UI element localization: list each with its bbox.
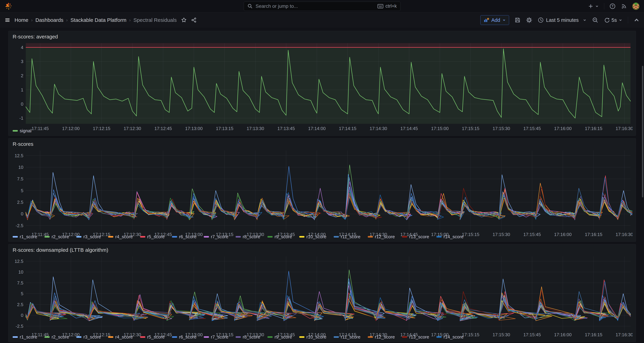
legend-item-r10_score[interactable]: r10_score — [299, 334, 326, 340]
legend-label: r3_score — [84, 234, 101, 239]
legend-item-signal[interactable]: signal — [13, 128, 32, 134]
svg-text:7.5: 7.5 — [17, 176, 23, 181]
legend-item-r4_score[interactable]: r4_score — [108, 234, 133, 239]
svg-text:-2.5: -2.5 — [16, 223, 23, 228]
legend-item-r13_score[interactable]: r13_score — [402, 234, 429, 239]
svg-text:0: 0 — [21, 102, 23, 107]
legend-item-r1_score[interactable]: r1_score — [13, 334, 37, 340]
legend-swatch — [204, 236, 209, 238]
legend-item-r8_score[interactable]: r8_score — [236, 334, 260, 340]
legend-item-r4_score[interactable]: r4_score — [108, 334, 133, 340]
breadcrumb-current-dashboard: Spectral Residuals — [133, 17, 176, 23]
legend-item-r2_score[interactable]: r2_score — [44, 334, 69, 340]
panel-r-scores-averaged: R-scores: averaged 43210-117:11:4517:12:… — [8, 31, 636, 136]
search-input[interactable]: Search or jump to... ctrl+k — [244, 2, 400, 11]
legend-item-r11_score[interactable]: r11_score — [334, 334, 360, 340]
legend-item-r2_score[interactable]: r2_score — [44, 234, 69, 239]
legend-item-r7_score[interactable]: r7_score — [204, 334, 228, 340]
add-panel-button[interactable]: Add — [480, 15, 509, 25]
breadcrumb-separator: › — [66, 18, 68, 23]
legend-label: r9_score — [274, 234, 292, 239]
legend-label: r14_score — [444, 234, 464, 239]
legend-item-r3_score[interactable]: r3_score — [76, 234, 101, 239]
new-menu-button[interactable] — [588, 3, 599, 9]
legend-item-r11_score[interactable]: r11_score — [334, 234, 360, 239]
svg-text:4: 4 — [21, 45, 23, 50]
legend-swatch — [140, 336, 145, 338]
help-button[interactable]: ? — [610, 3, 616, 9]
dashboard-canvas: R-scores: averaged 43210-117:11:4517:12:… — [0, 28, 644, 342]
legend-swatch — [13, 236, 18, 238]
legend-item-r9_score[interactable]: r9_score — [268, 334, 292, 340]
legend-item-r9_score[interactable]: r9_score — [268, 234, 292, 239]
time-series-chart-rscores[interactable]: 12.5107.552.50-2.517:11:4517:12:0017:12:… — [12, 149, 632, 232]
legend-label: r2_score — [52, 334, 69, 340]
legend-label: r6_score — [179, 334, 196, 340]
legend-item-r12_score[interactable]: r12_score — [368, 234, 395, 239]
svg-text:0: 0 — [21, 313, 23, 318]
page-scrollbar[interactable] — [642, 66, 643, 197]
legend-item-r5_score[interactable]: r5_score — [140, 334, 165, 340]
legend-swatch — [402, 336, 407, 338]
legend-swatch — [236, 336, 241, 338]
svg-text:0: 0 — [21, 211, 23, 216]
svg-text:7.5: 7.5 — [17, 280, 23, 285]
legend-item-r12_score[interactable]: r12_score — [368, 334, 395, 340]
time-series-chart-downsampled[interactable]: 12.5107.552.50-2.517:11:4517:12:0017:12:… — [12, 255, 632, 332]
user-avatar[interactable] — [632, 3, 640, 10]
panel-title[interactable]: R-scores: downsampled (LTTB algorithm) — [12, 246, 632, 255]
panel-title[interactable]: R-scores: averaged — [12, 33, 632, 42]
svg-text:10: 10 — [18, 165, 23, 170]
legend-item-r1_score[interactable]: r1_score — [13, 234, 37, 239]
legend-item-r8_score[interactable]: r8_score — [236, 234, 260, 239]
breadcrumb-folder[interactable]: Stackable Data Platform — [70, 17, 126, 23]
legend-item-r6_score[interactable]: r6_score — [172, 234, 196, 239]
legend-label: r8_score — [243, 234, 260, 239]
legend-item-r10_score[interactable]: r10_score — [299, 234, 326, 239]
refresh-picker[interactable]: 5s — [604, 17, 622, 23]
collapse-toolbar-button[interactable] — [634, 17, 640, 23]
svg-text:12.5: 12.5 — [14, 153, 23, 158]
dashboard-settings-button[interactable] — [526, 17, 532, 23]
legend-item-r3_score[interactable]: r3_score — [76, 334, 101, 340]
legend-item-r13_score[interactable]: r13_score — [402, 334, 429, 340]
time-series-chart-averaged[interactable]: 43210-117:11:4517:12:0017:12:1517:12:301… — [12, 42, 632, 126]
legend-label: r9_score — [274, 334, 292, 340]
legend-label: r5_score — [147, 334, 165, 340]
breadcrumb-dashboards[interactable]: Dashboards — [36, 17, 64, 23]
legend-item-r5_score[interactable]: r5_score — [140, 234, 165, 239]
legend-label: r4_score — [115, 234, 133, 239]
legend-label: r13_score — [409, 234, 429, 239]
legend-item-r6_score[interactable]: r6_score — [172, 334, 196, 340]
svg-text:10: 10 — [18, 269, 23, 275]
legend-swatch — [204, 336, 209, 338]
legend-swatch — [108, 236, 113, 238]
panel-title[interactable]: R-scores — [12, 140, 632, 149]
share-button[interactable] — [191, 17, 197, 23]
save-dashboard-button[interactable] — [514, 17, 520, 23]
zoom-out-button[interactable] — [592, 17, 598, 23]
legend-swatch — [268, 236, 272, 238]
svg-text:-2.5: -2.5 — [16, 323, 23, 329]
chevron-down-icon — [618, 18, 622, 22]
legend-item-r7_score[interactable]: r7_score — [204, 234, 228, 239]
clock-icon — [538, 17, 544, 23]
legend-item-r14_score[interactable]: r14_score — [436, 334, 464, 340]
news-rss-button[interactable] — [621, 3, 627, 9]
favorite-star-button[interactable] — [181, 17, 187, 23]
legend-label: r1_score — [20, 334, 37, 340]
svg-text:2.5: 2.5 — [17, 200, 23, 205]
grafana-logo[interactable] — [4, 2, 12, 10]
svg-text:2: 2 — [21, 73, 23, 78]
mega-menu-toggle-button[interactable] — [4, 17, 10, 23]
breadcrumb-home[interactable]: Home — [14, 17, 28, 23]
legend-label: r5_score — [147, 234, 165, 239]
time-range-picker[interactable]: Last 5 minutes — [538, 17, 587, 23]
legend-swatch — [368, 336, 373, 338]
legend-label: r7_score — [211, 334, 228, 340]
dashboard-header-row: Home › Dashboards › Stackable Data Platf… — [0, 13, 644, 28]
legend-item-r14_score[interactable]: r14_score — [436, 234, 464, 239]
chart-legend: r1_scorer2_scorer3_scorer4_scorer5_score… — [12, 332, 632, 340]
topbar-divider — [604, 3, 604, 10]
legend-label: r1_score — [20, 234, 37, 239]
